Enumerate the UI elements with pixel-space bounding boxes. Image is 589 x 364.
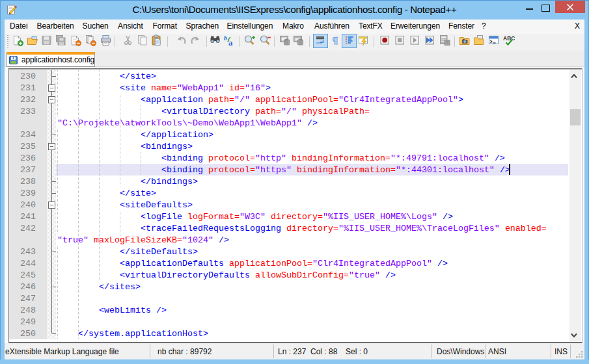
svg-text:ABC: ABC [503,35,515,42]
svg-text:b: b [224,34,227,42]
